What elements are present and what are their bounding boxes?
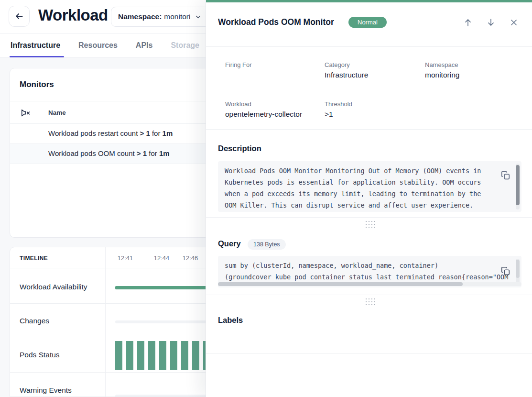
- copy-description-button[interactable]: [500, 170, 511, 181]
- copy-query-button[interactable]: [500, 266, 511, 276]
- field-label: Category: [325, 61, 420, 68]
- field-namespace: Namespace monitoring: [425, 61, 521, 79]
- panel-status-topbar: [206, 0, 532, 2]
- field-category: Category Infrastructure: [325, 61, 420, 79]
- next-monitor-button[interactable]: [486, 18, 496, 27]
- timeline-row-label-availability: Workload Availability: [20, 283, 87, 291]
- active-tab-indicator: [10, 56, 64, 57]
- tab-apis[interactable]: APIs: [136, 41, 153, 50]
- labels-heading: Labels: [218, 316, 243, 325]
- divider: [206, 217, 532, 218]
- description-resize-handle[interactable]: [364, 220, 375, 228]
- column-header-name: Name: [48, 109, 66, 116]
- divider: [206, 46, 532, 47]
- field-firing-for: Firing For: [225, 61, 321, 71]
- arrow-left-icon: [14, 11, 24, 21]
- copy-icon: [500, 170, 511, 181]
- chevron-down-icon: [193, 13, 202, 21]
- monitor-name: Workload pods OOM count > 1 for 1m: [48, 149, 170, 157]
- query-resize-handle[interactable]: [364, 297, 375, 305]
- timeline-row-label-warning-events: Warning Events: [20, 386, 72, 395]
- timeline-row-label-changes: Changes: [20, 317, 49, 325]
- monitor-details-panel: Workload Pods OOM Monitor Normal Firing …: [206, 0, 532, 397]
- arrow-down-icon: [486, 18, 496, 27]
- description-scrollbar[interactable]: [516, 164, 520, 210]
- divider: [206, 295, 532, 295]
- status-badge: Normal: [348, 17, 387, 28]
- query-heading: Query: [218, 239, 241, 248]
- monitors-title: Monitors: [20, 80, 54, 89]
- time-tick: 12:41: [118, 254, 133, 262]
- field-threshold: Threshold >1: [325, 100, 420, 119]
- copy-icon: [500, 266, 511, 276]
- field-label: Threshold: [325, 100, 420, 108]
- description-text: Workload Pods OOM Monitor Monitoring Out…: [218, 161, 521, 212]
- query-horizontal-scrollbar[interactable]: [218, 282, 521, 286]
- namespace-filter-label: Namespace:: [118, 12, 162, 21]
- namespace-filter-value: monitori: [164, 12, 190, 21]
- monitor-name: Workload pods restart count > 1 for 1m: [48, 129, 173, 137]
- field-value: opentelemetry-collector: [225, 110, 321, 119]
- tab-resources[interactable]: Resources: [78, 41, 118, 50]
- field-label: Workload: [225, 100, 321, 108]
- field-workload: Workload opentelemetry-collector: [225, 100, 321, 119]
- back-button[interactable]: [9, 6, 30, 27]
- page-title: Workload: [38, 6, 108, 24]
- divider: [206, 129, 532, 130]
- previous-monitor-button[interactable]: [463, 18, 473, 27]
- close-panel-button[interactable]: [509, 18, 519, 27]
- tab-infrastructure[interactable]: Infrastructure: [11, 41, 60, 50]
- query-vertical-scrollbar[interactable]: [516, 259, 520, 284]
- scrollbar-thumb[interactable]: [218, 282, 463, 286]
- scrollbar-thumb[interactable]: [516, 260, 520, 278]
- tab-storage[interactable]: Storage: [171, 41, 199, 50]
- timeline-title: TIMELINE: [20, 255, 48, 262]
- query-size-badge: 138 Bytes: [248, 239, 286, 250]
- field-label: Firing For: [225, 61, 321, 68]
- mute-icon[interactable]: [21, 108, 31, 118]
- timeline-row-label-pods-status: Pods Status: [20, 351, 60, 359]
- divider: [206, 353, 532, 354]
- description-heading: Description: [218, 144, 261, 153]
- arrow-up-icon: [463, 18, 473, 27]
- field-label: Namespace: [425, 61, 521, 68]
- description-text-block[interactable]: Workload Pods OOM Monitor Monitoring Out…: [218, 161, 521, 212]
- scrollbar-thumb[interactable]: [516, 165, 520, 205]
- field-value: >1: [325, 110, 420, 119]
- field-value: monitoring: [425, 71, 521, 79]
- time-tick: 12:46: [183, 254, 198, 262]
- panel-title: Workload Pods OOM Monitor: [218, 17, 334, 27]
- time-tick: 12:44: [154, 254, 170, 262]
- close-icon: [509, 18, 519, 27]
- field-value: Infrastructure: [325, 71, 420, 79]
